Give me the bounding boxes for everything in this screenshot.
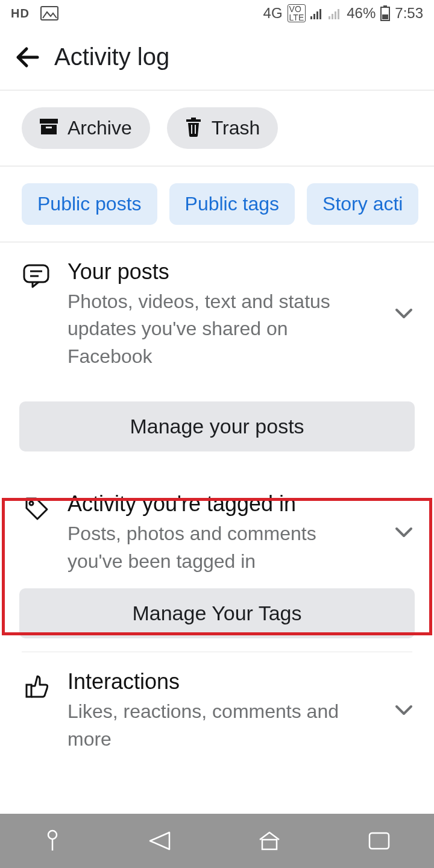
hd-indicator: HD <box>11 7 30 20</box>
trash-icon <box>185 118 202 139</box>
volte-icon: VOLTE <box>288 4 306 22</box>
svg-rect-12 <box>40 119 58 124</box>
filter-chip-row[interactable]: Public posts Public tags Story acti <box>0 166 434 242</box>
signal-icon-2 <box>329 7 342 19</box>
manage-your-posts-button[interactable]: Manage your posts <box>19 401 415 451</box>
svg-rect-6 <box>332 14 333 19</box>
chip-public-tags[interactable]: Public tags <box>169 183 295 225</box>
battery-percent: 46% <box>347 5 376 22</box>
battery-icon <box>380 5 390 21</box>
status-bar: HD 4G VOLTE 46% 7:53 <box>0 0 434 27</box>
archive-button[interactable]: Archive <box>22 107 150 149</box>
back-arrow-icon[interactable] <box>14 45 40 70</box>
svg-rect-5 <box>329 16 330 19</box>
svg-rect-19 <box>24 265 48 282</box>
svg-rect-1 <box>310 16 312 19</box>
back-nav-icon[interactable] <box>148 830 172 852</box>
trash-button[interactable]: Trash <box>167 107 278 149</box>
tagged-title: Activity you're tagged in <box>68 491 371 517</box>
system-nav-bar <box>0 814 434 868</box>
svg-rect-27 <box>370 833 389 849</box>
svg-rect-17 <box>191 125 192 134</box>
like-icon <box>22 671 51 703</box>
page-header: Activity log <box>0 27 434 90</box>
svg-rect-26 <box>262 840 277 849</box>
manage-your-tags-button[interactable]: Manage Your Tags <box>19 588 415 638</box>
category-your-posts[interactable]: Your posts Photos, videos, text and stat… <box>0 242 434 382</box>
chevron-down-icon <box>393 521 417 546</box>
category-tagged[interactable]: Activity you're tagged in Posts, photos … <box>0 462 434 587</box>
chip-public-posts[interactable]: Public posts <box>22 183 157 225</box>
category-interactions[interactable]: Interactions Likes, reactions, comments … <box>0 652 434 765</box>
svg-rect-2 <box>313 14 315 19</box>
chip-story-activity[interactable]: Story acti <box>307 183 418 225</box>
svg-rect-3 <box>316 11 318 19</box>
interactions-desc: Likes, reactions, comments and more <box>68 698 371 753</box>
recents-nav-icon[interactable] <box>367 831 391 851</box>
svg-rect-4 <box>319 9 321 19</box>
svg-marker-25 <box>150 832 169 849</box>
svg-rect-15 <box>191 118 196 119</box>
action-pill-row: Archive Trash <box>0 90 434 166</box>
svg-point-23 <box>48 831 57 839</box>
clock: 7:53 <box>395 5 423 22</box>
tagged-desc: Posts, photos and comments you've been t… <box>68 520 371 575</box>
svg-rect-13 <box>41 125 57 134</box>
gallery-icon <box>40 6 58 20</box>
chevron-down-icon <box>393 699 417 723</box>
home-nav-icon[interactable] <box>257 830 281 852</box>
assistant-icon[interactable] <box>43 829 62 853</box>
svg-rect-16 <box>186 119 201 122</box>
posts-icon <box>22 262 51 293</box>
svg-rect-7 <box>335 11 336 19</box>
trash-label: Trash <box>212 117 260 139</box>
svg-rect-11 <box>382 14 388 19</box>
svg-rect-18 <box>195 125 196 134</box>
svg-rect-14 <box>46 127 52 128</box>
page-title: Activity log <box>54 43 169 71</box>
tag-icon <box>22 494 51 525</box>
archive-icon <box>40 119 58 138</box>
your-posts-title: Your posts <box>68 259 371 285</box>
interactions-title: Interactions <box>68 669 371 694</box>
signal-icon-1 <box>310 7 324 19</box>
your-posts-desc: Photos, videos, text and status updates … <box>68 288 371 370</box>
chevron-down-icon <box>393 303 417 327</box>
svg-point-22 <box>30 502 33 505</box>
svg-rect-8 <box>338 9 339 19</box>
network-4g: 4G <box>263 5 283 22</box>
archive-label: Archive <box>68 117 132 139</box>
